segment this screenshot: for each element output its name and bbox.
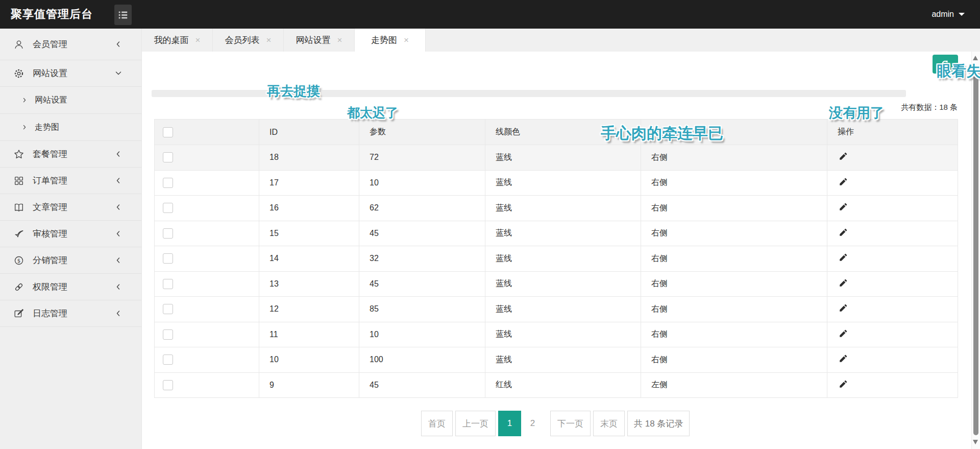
grid-icon bbox=[13, 175, 24, 186]
row-checkbox[interactable] bbox=[163, 152, 173, 162]
edit-button[interactable] bbox=[839, 329, 848, 338]
scrollbar-up-arrow[interactable] bbox=[973, 56, 978, 60]
cell-position: 右侧 bbox=[641, 221, 827, 246]
sidebar: 会员管理网站设置网站设置走势图套餐管理订单管理文章管理审核管理$分销管理权限管理… bbox=[0, 29, 142, 449]
page-button[interactable]: 末页 bbox=[593, 411, 625, 436]
row-checkbox[interactable] bbox=[163, 380, 173, 390]
pencil-icon bbox=[839, 228, 848, 237]
table-row: 1432蓝线右侧 bbox=[155, 246, 958, 272]
table-body: 1872蓝线右侧1710蓝线右侧1662蓝线右侧1545蓝线右侧1432蓝线右侧… bbox=[155, 145, 958, 398]
row-checkbox[interactable] bbox=[163, 279, 173, 289]
close-icon[interactable]: × bbox=[404, 36, 409, 44]
tab[interactable]: 我的桌面× bbox=[142, 29, 213, 52]
cell-id: 16 bbox=[259, 196, 359, 221]
chevron-left-icon bbox=[114, 283, 122, 291]
scrollbar-down-arrow[interactable] bbox=[973, 440, 978, 444]
user-icon bbox=[13, 39, 24, 50]
pencil-icon bbox=[839, 329, 848, 338]
column-header bbox=[155, 120, 259, 145]
chevron-left-icon bbox=[114, 256, 122, 264]
row-checkbox[interactable] bbox=[163, 355, 173, 365]
sidebar-item[interactable]: 套餐管理 bbox=[0, 141, 141, 168]
sidebar-item[interactable]: 日志管理 bbox=[0, 300, 141, 327]
row-checkbox[interactable] bbox=[163, 253, 173, 264]
edit-button[interactable] bbox=[839, 152, 848, 161]
cell-param: 85 bbox=[359, 297, 485, 322]
sidebar-subitem[interactable]: 走势图 bbox=[0, 114, 141, 141]
sidebar-subitem-label: 走势图 bbox=[35, 122, 59, 133]
cell-param: 100 bbox=[359, 347, 485, 373]
pencil-icon bbox=[839, 380, 848, 389]
pencil-icon bbox=[839, 253, 848, 262]
close-icon[interactable]: × bbox=[337, 36, 342, 44]
page-button[interactable]: 1 bbox=[498, 411, 521, 436]
close-icon[interactable]: × bbox=[266, 36, 272, 44]
table-row: 1285蓝线右侧 bbox=[155, 297, 958, 322]
cell-id: 18 bbox=[259, 145, 359, 171]
edit-button[interactable] bbox=[839, 354, 848, 363]
cell-line-color: 蓝线 bbox=[485, 145, 641, 171]
sidebar-toggle-button[interactable] bbox=[114, 5, 132, 25]
edit-button[interactable] bbox=[839, 202, 848, 211]
refresh-icon bbox=[940, 59, 951, 70]
sidebar-subitem[interactable]: 网站设置 bbox=[0, 87, 141, 114]
chevron-left-icon bbox=[114, 150, 122, 158]
page-button[interactable]: 首页 bbox=[421, 411, 453, 436]
edit-button[interactable] bbox=[839, 177, 848, 186]
book-icon bbox=[13, 202, 24, 213]
edit-button[interactable] bbox=[839, 278, 848, 288]
edit-button[interactable] bbox=[839, 303, 848, 313]
row-checkbox[interactable] bbox=[163, 304, 173, 314]
scrollbar-thumb[interactable] bbox=[973, 75, 978, 435]
user-menu[interactable]: admin bbox=[932, 0, 965, 29]
page-button[interactable]: 2 bbox=[521, 411, 544, 436]
pencil-icon bbox=[839, 354, 848, 363]
sidebar-item[interactable]: 文章管理 bbox=[0, 194, 141, 221]
tab[interactable]: 网站设置× bbox=[284, 29, 355, 52]
column-header: 线颜色 bbox=[485, 120, 641, 145]
table-row: 1872蓝线右侧 bbox=[155, 145, 958, 171]
cell-line-color: 蓝线 bbox=[485, 347, 641, 373]
caret-down-icon bbox=[959, 13, 965, 16]
cell-position: 右侧 bbox=[641, 196, 827, 221]
cell-position: 右侧 bbox=[641, 347, 827, 373]
edit-button[interactable] bbox=[839, 253, 848, 262]
tab[interactable]: 走势图× bbox=[355, 29, 426, 52]
close-icon[interactable]: × bbox=[195, 36, 201, 44]
svg-text:$: $ bbox=[17, 257, 20, 263]
cell-position: 右侧 bbox=[641, 246, 827, 272]
row-checkbox[interactable] bbox=[163, 178, 173, 188]
cell-line-color: 红线 bbox=[485, 372, 641, 398]
sidebar-item[interactable]: $分销管理 bbox=[0, 247, 141, 274]
chevron-down-icon bbox=[114, 69, 122, 77]
row-checkbox[interactable] bbox=[163, 203, 173, 213]
cell-line-color: 蓝线 bbox=[485, 246, 641, 272]
tab[interactable]: 会员列表× bbox=[213, 29, 284, 52]
tab-bar: 我的桌面×会员列表×网站设置×走势图× bbox=[142, 29, 980, 52]
select-all-checkbox[interactable] bbox=[163, 127, 173, 137]
edit-button[interactable] bbox=[839, 228, 848, 237]
sidebar-item[interactable]: 网站设置 bbox=[0, 60, 141, 87]
pagination: 首页上一页12下一页末页共 18 条记录 bbox=[421, 411, 690, 436]
sidebar-item[interactable]: 审核管理 bbox=[0, 221, 141, 247]
column-header: ID bbox=[259, 120, 359, 145]
sidebar-item[interactable]: 权限管理 bbox=[0, 274, 141, 300]
username: admin bbox=[932, 10, 954, 19]
sidebar-item[interactable]: 订单管理 bbox=[0, 168, 141, 194]
row-checkbox[interactable] bbox=[163, 228, 173, 239]
cell-id: 13 bbox=[259, 271, 359, 297]
edit-button[interactable] bbox=[839, 380, 848, 389]
top-bar: 聚享值管理后台 admin bbox=[0, 0, 980, 29]
refresh-button[interactable] bbox=[933, 55, 958, 74]
table-row: 945红线左侧 bbox=[155, 372, 958, 398]
sidebar-item[interactable]: 会员管理 bbox=[0, 29, 141, 60]
chevron-left-icon bbox=[114, 310, 122, 317]
page-button[interactable]: 上一页 bbox=[455, 411, 496, 436]
table-row: 1110蓝线右侧 bbox=[155, 322, 958, 347]
total-data-count: 共有数据：18 条 bbox=[901, 103, 958, 112]
row-checkbox[interactable] bbox=[163, 329, 173, 340]
record-count: 共 18 条记录 bbox=[627, 411, 690, 436]
dollar-icon: $ bbox=[13, 255, 24, 266]
page-button[interactable]: 下一页 bbox=[550, 411, 591, 436]
table-header: ID参数线颜色位置操作 bbox=[155, 120, 958, 145]
